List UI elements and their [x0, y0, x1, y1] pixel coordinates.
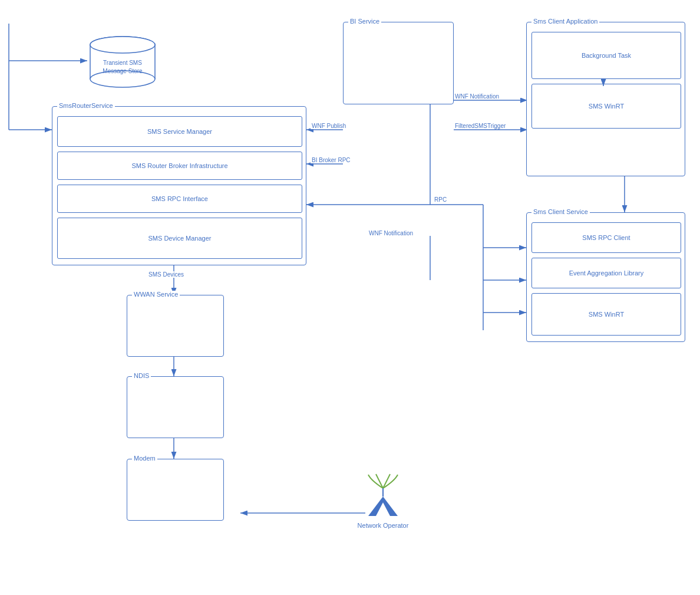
- sms-client-app-label: Sms Client Application: [531, 18, 599, 25]
- sms-router-service-label: SmsRouterService: [57, 102, 115, 109]
- ndis-box: NDIS: [127, 376, 224, 438]
- sms-router-service-box: SmsRouterService SMS Service Manager SMS…: [52, 106, 306, 265]
- sms-winrt-service: SMS WinRT: [531, 293, 681, 336]
- wnf-notification2-label: WNF Notification: [368, 230, 414, 236]
- transient-sms-store: Transient SMS Message Store: [87, 35, 158, 88]
- sms-device-manager: SMS Device Manager: [57, 218, 302, 259]
- bi-service-label: BI Service: [348, 18, 381, 25]
- sms-client-service-label: Sms Client Service: [531, 208, 590, 215]
- diagram: Transient SMS Message Store SmsRouterSer…: [0, 0, 700, 595]
- svg-text:Message Store: Message Store: [103, 68, 143, 74]
- network-operator: Network Operator: [348, 472, 418, 529]
- sms-client-app-box: Sms Client Application Background Task S…: [526, 22, 685, 176]
- background-task: Background Task: [531, 32, 681, 79]
- rpc-label: RPC: [433, 196, 448, 203]
- wwan-service-label: WWAN Service: [132, 291, 180, 298]
- event-aggregation-lib: Event Aggregation Library: [531, 258, 681, 288]
- sms-client-service-box: Sms Client Service SMS RPC Client Event …: [526, 212, 685, 342]
- svg-text:Transient SMS: Transient SMS: [103, 60, 142, 66]
- svg-point-30: [90, 37, 155, 53]
- sms-rpc-client: SMS RPC Client: [531, 222, 681, 253]
- bi-service-box: BI Service: [343, 22, 454, 104]
- sms-winrt-app: SMS WinRT: [531, 84, 681, 129]
- bi-broker-rpc-label: BI Broker RPC: [311, 157, 352, 163]
- network-operator-label: Network Operator: [348, 522, 418, 529]
- wwan-service-box: WWAN Service: [127, 295, 224, 357]
- sms-devices-label: SMS Devices: [147, 271, 185, 278]
- modem-label: Modem: [132, 455, 157, 462]
- sms-router-broker: SMS Router Broker Infrastructure: [57, 152, 302, 180]
- modem-box: Modem: [127, 459, 224, 521]
- wnf-publish-label: WNF Publish: [311, 123, 347, 129]
- wnf-notification1-label: WNF Notification: [454, 93, 500, 100]
- ndis-label: NDIS: [132, 372, 151, 379]
- sms-service-manager: SMS Service Manager: [57, 116, 302, 147]
- filtered-sms-label: FilteredSMSTrigger: [454, 123, 507, 129]
- sms-rpc-interface: SMS RPC Interface: [57, 185, 302, 213]
